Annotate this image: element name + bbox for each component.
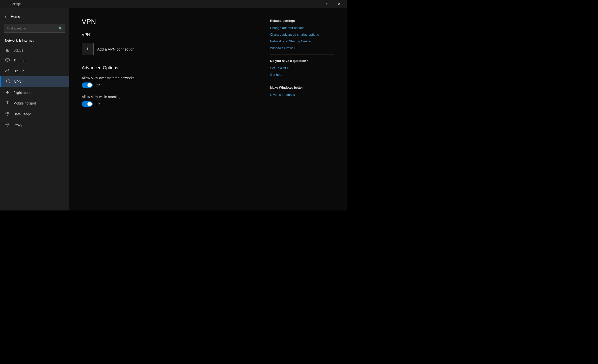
toggle-metered-container: On	[82, 82, 260, 88]
toggle-roaming-container: On	[82, 101, 260, 107]
sidebar-home-button[interactable]: ⌂ Home	[0, 12, 69, 21]
sidebar-item-dialup[interactable]: Dial-up	[0, 66, 69, 76]
toggle-roaming-knob	[87, 102, 92, 106]
sidebar-item-label: Mobile hotspot	[13, 101, 36, 105]
toggle-metered-knob	[87, 83, 92, 87]
sidebar-item-proxy[interactable]: Proxy	[0, 120, 69, 130]
search-input[interactable]	[7, 26, 59, 30]
hotspot-icon	[5, 101, 10, 106]
toggle-metered-status: On	[96, 83, 100, 87]
svg-point-7	[7, 103, 8, 104]
sidebar-section-title: Network & Internet	[0, 37, 69, 45]
sidebar-item-label: Flight mode	[13, 91, 31, 95]
search-icon: 🔍	[59, 26, 63, 30]
sidebar-item-label: Proxy	[13, 123, 22, 127]
svg-rect-0	[5, 59, 9, 61]
sidebar-item-label: VPN	[14, 80, 21, 84]
home-icon: ⌂	[5, 14, 7, 19]
divider-2	[270, 81, 334, 81]
right-panel: Related settings Change adapter options …	[270, 18, 334, 201]
sidebar-item-ethernet[interactable]: Ethernet	[0, 55, 69, 66]
titlebar: ← Settings ─ □ ✕	[0, 0, 347, 8]
sidebar-item-label: Data usage	[13, 112, 31, 116]
related-settings-title: Related settings	[270, 19, 334, 23]
toggle-row-roaming: Allow VPN while roaming On	[82, 95, 260, 107]
link-change-sharing[interactable]: Change advanced sharing options	[270, 33, 334, 36]
toggle-roaming-label: Allow VPN while roaming	[82, 95, 260, 99]
window-controls: ─ □ ✕	[310, 0, 345, 8]
search-box[interactable]: 🔍	[4, 24, 65, 33]
minimize-button[interactable]: ─	[310, 0, 321, 8]
maximize-button[interactable]: □	[322, 0, 333, 8]
content-main: VPN VPN + Add a VPN connection Advanced …	[82, 18, 260, 201]
divider-1	[270, 54, 334, 54]
dialup-icon	[5, 69, 10, 73]
add-vpn-button[interactable]: + Add a VPN connection	[82, 42, 260, 56]
link-get-help[interactable]: Get help	[270, 73, 334, 77]
back-button[interactable]: ←	[2, 0, 9, 7]
sidebar-item-datausage[interactable]: Data usage	[0, 109, 69, 120]
question-title: Do you have a question?	[270, 59, 334, 63]
svg-point-6	[8, 69, 9, 70]
sidebar-item-label: Status	[13, 48, 23, 52]
link-network-sharing-centre[interactable]: Network and Sharing Centre	[270, 39, 334, 43]
sidebar-item-flight[interactable]: ✈ Flight mode	[0, 87, 69, 98]
sidebar: ⌂ Home 🔍 Network & Internet ⊞ Status E	[0, 8, 69, 210]
link-give-feedback[interactable]: Give us feedback	[270, 93, 334, 97]
datausage-icon	[5, 112, 10, 117]
sidebar-home-label: Home	[11, 15, 20, 19]
sidebar-item-status[interactable]: ⊞ Status	[0, 45, 69, 55]
toggle-metered[interactable]	[82, 82, 93, 88]
flight-icon: ✈	[5, 90, 10, 95]
add-vpn-label: Add a VPN connection	[97, 47, 135, 51]
svg-point-5	[5, 71, 7, 72]
link-setup-vpn[interactable]: Set up a VPN	[270, 66, 334, 70]
app-title: Settings	[10, 2, 310, 6]
add-vpn-icon: +	[82, 43, 94, 55]
vpn-icon	[6, 79, 11, 84]
sidebar-item-label: Ethernet	[13, 59, 27, 63]
link-windows-firewall[interactable]: Windows Firewall	[270, 46, 334, 50]
status-icon: ⊞	[5, 48, 10, 52]
close-button[interactable]: ✕	[333, 0, 345, 8]
app-body: ⌂ Home 🔍 Network & Internet ⊞ Status E	[0, 8, 347, 210]
page-title: VPN	[82, 18, 260, 26]
content-area: VPN VPN + Add a VPN connection Advanced …	[69, 8, 347, 210]
proxy-icon	[5, 123, 10, 128]
toggle-roaming-status: On	[96, 102, 100, 106]
sidebar-item-vpn[interactable]: VPN	[0, 76, 69, 87]
ethernet-icon	[5, 58, 10, 63]
sidebar-item-label: Dial-up	[13, 69, 24, 73]
link-change-adapter[interactable]: Change adapter options	[270, 26, 334, 30]
feedback-title: Make Windows better	[270, 86, 334, 89]
sidebar-item-hotspot[interactable]: Mobile hotspot	[0, 98, 69, 109]
vpn-section-label: VPN	[82, 33, 260, 37]
toggle-row-metered: Allow VPN over metered networks On	[82, 76, 260, 88]
advanced-options-title: Advanced Options	[82, 65, 260, 71]
toggle-roaming[interactable]	[82, 101, 93, 107]
toggle-metered-label: Allow VPN over metered networks	[82, 76, 260, 80]
